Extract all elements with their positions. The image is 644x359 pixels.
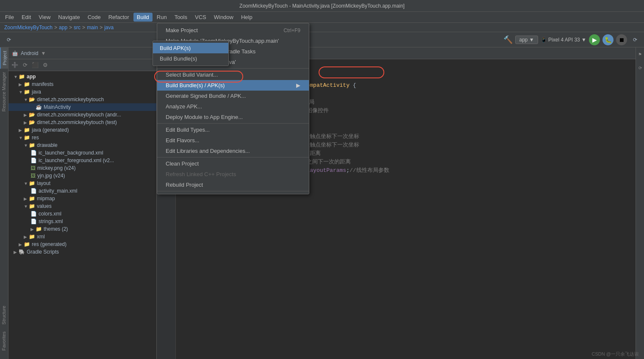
folder-icon-manifests: 📁 bbox=[24, 81, 30, 87]
menu-window[interactable]: Window bbox=[211, 13, 237, 22]
sidebar-label-structure[interactable]: Structure bbox=[0, 302, 8, 328]
sync-gradle-btn[interactable]: ⟳ bbox=[630, 36, 641, 44]
tree-item-themes[interactable]: ▶ 📁 themes (2) bbox=[8, 225, 156, 233]
sidebar-label-build[interactable] bbox=[0, 354, 8, 359]
build-menu-signed[interactable]: Generate Signed Bundle / APK... bbox=[157, 91, 309, 101]
panel-btn-add[interactable]: ➕ bbox=[10, 61, 19, 70]
build-menu-select-variant[interactable]: Select Build Variant... bbox=[157, 69, 309, 80]
submenu-bundle-apk: Build APK(s) Build Bundle(s) bbox=[153, 41, 229, 66]
tree-arrow-package: ▼ bbox=[24, 97, 29, 102]
tree-label-package: dirnet.zh.zoommickeybytouch bbox=[37, 97, 104, 102]
sidebar-label-resource[interactable]: Resource Manager bbox=[0, 69, 8, 115]
panel-btn-settings[interactable]: ⚙ bbox=[41, 61, 50, 70]
tree-item-colors[interactable]: 📄 colors.xml bbox=[8, 210, 156, 218]
device-selector[interactable]: 📱 Pixel 4 API 33 ▼ bbox=[541, 37, 586, 43]
menu-run[interactable]: Run bbox=[153, 13, 170, 22]
tree-item-res-gen[interactable]: ▶ 📁 res (generated) bbox=[8, 240, 156, 248]
tree-item-java[interactable]: ▼ 📁 java bbox=[8, 88, 156, 96]
tree-item-res[interactable]: ▼ 📁 res bbox=[8, 134, 156, 141]
menu-help[interactable]: Help bbox=[238, 13, 256, 22]
tree-item-layout[interactable]: ▼ 📁 layout bbox=[8, 180, 156, 187]
menu-code[interactable]: Code bbox=[84, 13, 104, 22]
tree-item-mickey[interactable]: 🖼 mickey.png (v24) bbox=[8, 164, 156, 172]
build-menu-section-2: Select Build Variant... Build Bundle(s) … bbox=[157, 69, 309, 124]
tree-arrow-res: ▼ bbox=[19, 135, 24, 140]
bundle-apk-arrow: ▶ bbox=[296, 82, 300, 88]
folder-icon-mipmap: 📁 bbox=[29, 196, 35, 202]
tree-item-mainactivity[interactable]: ☕ MainActivity bbox=[8, 103, 156, 111]
breadcrumb-src[interactable]: src bbox=[74, 25, 80, 30]
tree-item-yjn[interactable]: 🖼 yjn.jpg (v24) bbox=[8, 172, 156, 180]
right-icon-1[interactable]: ⚑ bbox=[637, 51, 644, 58]
tree-label-mipmap: mipmap bbox=[37, 196, 55, 202]
folder-icon-andr: 📂 bbox=[29, 112, 35, 118]
menu-view[interactable]: View bbox=[35, 13, 54, 22]
breadcrumb-project[interactable]: ZoomMickeyByTouch bbox=[4, 25, 53, 30]
build-menu-edit-types[interactable]: Edit Build Types... bbox=[157, 124, 309, 135]
tree-item-values[interactable]: ▼ 📁 values bbox=[8, 202, 156, 210]
breadcrumb-app[interactable]: app bbox=[59, 25, 67, 30]
panel-btn-sync[interactable]: ⟳ bbox=[20, 61, 30, 70]
tree-arrow-app: ▼ bbox=[14, 75, 19, 79]
tree-item-package-test[interactable]: ▶ 📂 dirnet.zh.zoommickeybytouch (test) bbox=[8, 119, 156, 126]
menu-vcs[interactable]: VCS bbox=[192, 13, 210, 22]
stop-button[interactable]: ⏹ bbox=[616, 34, 627, 45]
tree-item-drawable[interactable]: ▼ 📁 drawable bbox=[8, 141, 156, 149]
menu-file[interactable]: File bbox=[2, 13, 17, 22]
build-menu-make-project[interactable]: Make Project Ctrl+F9 bbox=[157, 25, 309, 36]
breadcrumb: ZoomMickeyByTouch > app > src > main > j… bbox=[0, 23, 644, 32]
tree-item-package-andr[interactable]: ▶ 📂 dirnet.zh.zoommickeybytouch (andr... bbox=[8, 111, 156, 119]
tree-item-ic-bg[interactable]: 📄 ic_launcher_background.xml bbox=[8, 149, 156, 157]
tree-item-activity-main[interactable]: 📄 activity_main.xml bbox=[8, 187, 156, 195]
panel-btn-collapse[interactable]: ⬛ bbox=[31, 61, 40, 70]
menu-tools[interactable]: Tools bbox=[171, 13, 191, 22]
tree-label-layout: layout bbox=[37, 180, 50, 186]
build-menu-clean[interactable]: Clean Project bbox=[157, 158, 309, 169]
panel-dropdown-arrow[interactable]: ▼ bbox=[41, 50, 46, 56]
build-bundle-label: Build Bundle(s) bbox=[160, 55, 197, 62]
build-menu-edit-libs[interactable]: Edit Libraries and Dependencies... bbox=[157, 146, 309, 156]
submenu-build-bundle[interactable]: Build Bundle(s) bbox=[153, 53, 228, 64]
tree-item-manifests[interactable]: ▶ 📁 manifests bbox=[8, 80, 156, 88]
tree-item-mipmap[interactable]: ▶ 📁 mipmap bbox=[8, 195, 156, 202]
tree-item-app[interactable]: ▼ 📁 app bbox=[8, 73, 156, 80]
build-menu-edit-flavors[interactable]: Edit Flavors... bbox=[157, 135, 309, 146]
debug-button[interactable]: 🐛 bbox=[602, 34, 613, 45]
folder-icon-drawable: 📁 bbox=[29, 142, 35, 148]
toolbar-right: 🔨 app ▼ 📱 Pixel 4 API 33 ▼ ▶ 🐛 ⏹ ⟳ bbox=[503, 34, 641, 45]
submenu-build-apk[interactable]: Build APK(s) bbox=[153, 43, 228, 53]
right-icon-2[interactable]: ⟳ bbox=[637, 64, 644, 71]
menu-refactor[interactable]: Refactor bbox=[105, 13, 133, 22]
tree-item-gradle[interactable]: ▶ 🐘 Gradle Scripts bbox=[8, 248, 156, 256]
sidebar-label-project[interactable]: Project bbox=[0, 47, 8, 69]
tree-arrow-xml: ▶ bbox=[24, 235, 29, 239]
tree-item-ic-fg[interactable]: 📄 ic_launcher_foreground.xml (v2... bbox=[8, 157, 156, 164]
right-sidebar: ⚑ ⟳ bbox=[636, 47, 644, 359]
tree-item-xml[interactable]: ▶ 📁 xml bbox=[8, 233, 156, 240]
build-menu-deploy[interactable]: Deploy Module to App Engine... bbox=[157, 112, 309, 122]
build-menu-bundle-apk[interactable]: Build Bundle(s) / APK(s) ▶ bbox=[157, 80, 309, 91]
build-menu-rebuild[interactable]: Rebuild Project bbox=[157, 180, 309, 190]
menu-build[interactable]: Build bbox=[133, 13, 153, 22]
hammer-icon[interactable]: 🔨 bbox=[503, 35, 513, 44]
menu-edit[interactable]: Edit bbox=[18, 13, 34, 22]
img-icon-yjn: 🖼 bbox=[31, 173, 36, 179]
breadcrumb-main[interactable]: main bbox=[87, 25, 98, 30]
tree-item-java-gen[interactable]: ▶ 📁 java (generated) bbox=[8, 126, 156, 134]
run-config-selector[interactable]: app ▼ bbox=[515, 36, 538, 44]
run-button[interactable]: ▶ bbox=[589, 34, 600, 45]
tree-arrow-package-andr: ▶ bbox=[24, 113, 29, 117]
tree-label-java: java bbox=[32, 89, 41, 95]
tree-label-andr: dirnet.zh.zoommickeybytouch (andr... bbox=[37, 112, 121, 118]
tree-arrow-drawable: ▼ bbox=[24, 143, 29, 148]
tree-arrow-themes: ▶ bbox=[31, 227, 36, 232]
menu-navigate[interactable]: Navigate bbox=[55, 13, 83, 22]
java-file-icon: ☕ bbox=[36, 104, 42, 110]
tree-item-strings[interactable]: 📄 strings.xml bbox=[8, 218, 156, 225]
tree-item-package[interactable]: ▼ 📂 dirnet.zh.zoommickeybytouch bbox=[8, 96, 156, 103]
breadcrumb-java[interactable]: java bbox=[104, 25, 114, 30]
make-project-label: Make Project bbox=[166, 27, 198, 33]
toolbar-sync-btn[interactable]: ⟳ bbox=[3, 36, 14, 44]
build-menu-analyze[interactable]: Analyze APK... bbox=[157, 101, 309, 112]
sidebar-label-favorites[interactable]: Favorites bbox=[0, 328, 8, 354]
